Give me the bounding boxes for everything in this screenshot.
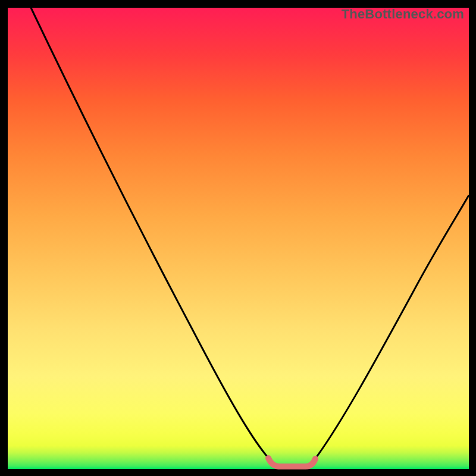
left-curve [31, 8, 270, 459]
chart-container: TheBottleneck.com [0, 0, 476, 476]
plot-area: TheBottleneck.com [8, 8, 469, 469]
right-curve [315, 195, 469, 459]
bottom-segment [268, 458, 315, 466]
chart-curves [8, 8, 469, 469]
